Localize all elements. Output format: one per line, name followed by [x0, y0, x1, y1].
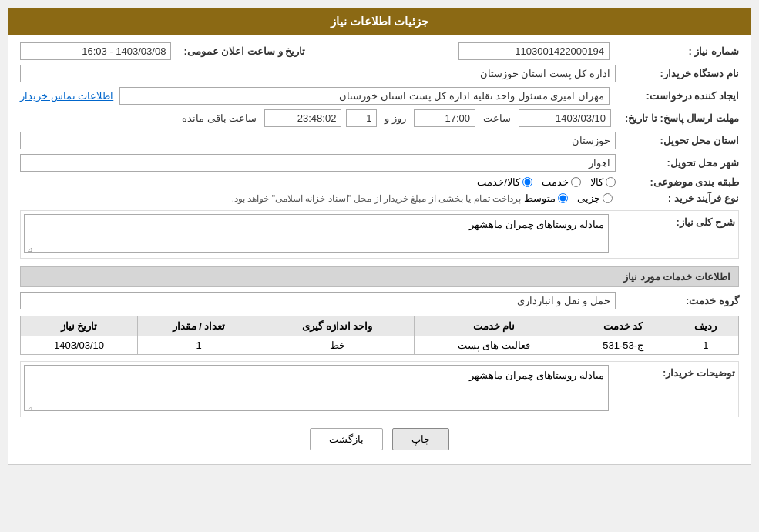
announce-date-label: تاریخ و ساعت اعلان عمومی: — [177, 45, 305, 57]
service-section-title: اطلاعات خدمات مورد نیاز — [20, 266, 739, 287]
nooe-mottavasset-option[interactable]: متوسط — [524, 192, 568, 204]
nooe-jozi-label: جزیی — [577, 192, 600, 204]
tabaqe-khedmat-label: خدمت — [542, 176, 569, 188]
print-button[interactable]: چاپ — [392, 428, 449, 450]
tabaqe-option-kala-khedmat[interactable]: کالا/خدمت — [477, 176, 532, 188]
ostan-label: استان محل تحویل: — [616, 135, 739, 146]
mohlat-baqi-value: 23:48:02 — [264, 109, 341, 127]
tabaqe-label: طبقه بندی موضوعی: — [616, 176, 739, 188]
tabaqe-kala-label: کالا — [590, 176, 603, 188]
tabaqe-option-khedmat[interactable]: خدمت — [542, 176, 581, 188]
tabaqe-radio-khedmat[interactable] — [571, 177, 581, 187]
shahr-value: اهواز — [20, 154, 616, 172]
buttons-row: چاپ بازگشت — [20, 428, 739, 450]
col-radif: ردیف — [673, 316, 738, 336]
shomara-niaz-label: شماره نیاز : — [616, 45, 739, 57]
col-nam-khedmat: نام خدمت — [415, 316, 573, 336]
mohlat-rooz-value: 1 — [346, 109, 377, 127]
ijad-konande-value: مهران امیری مسئول واحد تقلیه اداره کل پس… — [119, 87, 610, 105]
nooe-farayand-radio-group: جزیی متوسط — [524, 192, 613, 204]
page-title: جزئیات اطلاعات نیاز — [8, 8, 751, 35]
resize-icon: ⊿ — [25, 246, 33, 253]
mohlat-saat-label: ساعت — [480, 110, 514, 126]
announce-date-value: 1403/03/08 - 16:03 — [20, 42, 171, 60]
tozihat-label: توضیحات خریدار: — [612, 365, 735, 381]
sharh-niaz-label: شرح کلی نیاز: — [612, 214, 735, 230]
grooh-khedmat-value: حمل و نقل و انبارداری — [20, 292, 616, 309]
mohlat-rooz-label: روز و — [381, 110, 409, 126]
tozihat-textarea[interactable] — [24, 365, 609, 411]
nooe-mottavasset-label: متوسط — [524, 192, 556, 204]
services-table: ردیف کد خدمت نام خدمت واحد اندازه گیری ت… — [20, 316, 739, 355]
nooe-farayand-desc: پرداخت تمام یا بخشی از مبلغ خریدار از مح… — [232, 193, 521, 204]
mohlat-baqi-label: ساعت باقی مانده — [179, 110, 260, 126]
sharh-niaz-textarea[interactable] — [24, 214, 609, 253]
cell-tedad: 1 — [138, 336, 260, 355]
nooe-farayand-label: نوع فرآیند خرید : — [616, 192, 739, 204]
tabaqe-option-kala[interactable]: کالا — [590, 176, 616, 188]
tabaqe-radio-kala-khedmat[interactable] — [522, 177, 532, 187]
col-vahed: واحد اندازه گیری — [260, 316, 415, 336]
nam-dastgah-value: اداره کل پست استان خوزستان — [20, 65, 616, 82]
nooe-jozi-radio[interactable] — [603, 193, 613, 203]
nam-dastgah-label: نام دستگاه خریدار: — [616, 68, 739, 79]
cell-radif: 1 — [673, 336, 738, 355]
tabaqe-radio-kala[interactable] — [606, 177, 616, 187]
ijad-konande-label: ایجاد کننده درخواست: — [616, 90, 739, 102]
cell-kod-khedmat: ج-53-531 — [573, 336, 673, 355]
services-table-container: ردیف کد خدمت نام خدمت واحد اندازه گیری ت… — [20, 316, 739, 355]
nooe-jozi-option[interactable]: جزیی — [577, 192, 613, 204]
cell-tarikh: 1403/03/10 — [21, 336, 138, 355]
table-row: 1 ج-53-531 فعالیت های پست خط 1 1403/03/1… — [21, 336, 739, 355]
mohlat-date-value: 1403/03/10 — [519, 109, 611, 127]
col-kod-khedmat: کد خدمت — [573, 316, 673, 336]
shahr-label: شهر محل تحویل: — [616, 157, 739, 169]
cell-vahed: خط — [260, 336, 415, 355]
col-tarikh: تاریخ نیاز — [21, 316, 138, 336]
mohlat-label: مهلت ارسال پاسخ: تا تاریخ: — [616, 112, 739, 124]
nooe-mottavasset-radio[interactable] — [558, 193, 568, 203]
mohlat-saat-value: 17:00 — [414, 109, 475, 127]
cell-nam-khedmat: فعالیت های پست — [415, 336, 573, 355]
tabaqe-radio-group: کالا خدمت کالا/خدمت — [477, 176, 616, 188]
etela-tamas-link[interactable]: اطلاعات تماس خریدار — [20, 90, 113, 102]
col-tedad: تعداد / مقدار — [138, 316, 260, 336]
ostan-value: خوزستان — [20, 132, 616, 149]
back-button[interactable]: بازگشت — [310, 428, 383, 450]
shomara-niaz-value: 1103001422000194 — [458, 42, 610, 60]
tabaqe-kala-khedmat-label: کالا/خدمت — [477, 176, 520, 188]
grooh-khedmat-label: گروه خدمت: — [616, 295, 739, 306]
resize-icon-2: ⊿ — [25, 404, 33, 412]
